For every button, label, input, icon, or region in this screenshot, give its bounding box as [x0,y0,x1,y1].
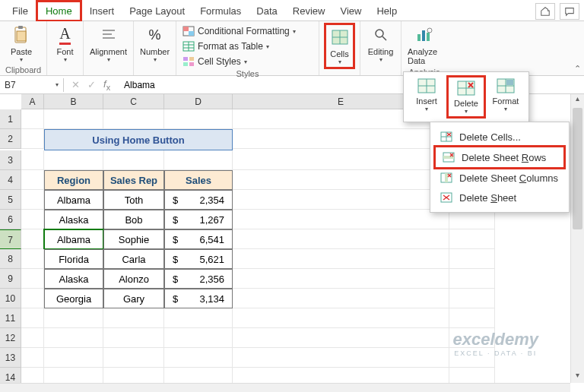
table-header-rep[interactable]: Sales Rep [103,170,164,190]
clipboard-icon [11,24,32,46]
share-icon[interactable] [535,3,555,20]
row-header-9[interactable]: 9 [0,269,21,289]
row-header-5[interactable]: 5 [0,190,21,210]
cond-format-icon [182,25,195,37]
svg-rect-7 [183,27,189,31]
row-header-11[interactable]: 11 [0,308,21,328]
row-header-7[interactable]: 7 [0,229,21,249]
cells-button[interactable]: Cells▾ [324,23,355,69]
cell-styles-button[interactable]: Cell Styles▾ [181,55,297,68]
svg-rect-48 [445,173,448,182]
table-header-sales[interactable]: Sales [164,170,233,190]
alignment-button[interactable]: Alignment▾ [88,23,129,65]
row-header-8[interactable]: 8 [0,249,21,269]
chevron-down-icon: ▾ [20,56,23,63]
group-font: A Font▾ [47,21,84,75]
col-header-D[interactable]: D [164,94,233,109]
editing-button[interactable]: Editing▾ [365,23,396,65]
svg-rect-8 [189,31,194,36]
row-header-3[interactable]: 3 [0,150,21,170]
cell-sales[interactable]: $6,541 [164,229,233,249]
delete-sheet-icon [440,191,453,204]
alignment-label: Alignment [90,47,127,56]
row-header-4[interactable]: 4 [0,170,21,190]
tab-view[interactable]: View [332,2,369,20]
cell-sales[interactable]: $1,267 [164,210,233,229]
table-header-region[interactable]: Region [44,170,103,190]
tab-data[interactable]: Data [249,2,284,20]
enter-icon[interactable]: ✓ [87,79,96,90]
cell-rep[interactable]: Carla [103,249,164,269]
cell-sales[interactable]: $2,356 [164,269,233,289]
cell-region[interactable]: Georgia [44,289,103,308]
number-label: Number [140,47,170,56]
delete-icon [455,79,477,97]
paste-button[interactable]: Paste ▾ [5,23,38,65]
cell-sales[interactable]: $2,354 [164,190,233,210]
insert-cells-button[interactable]: Insert▾ [407,75,446,119]
cell-region[interactable]: Florida [44,249,103,269]
delete-sheet-rows-menu-item[interactable]: Delete Sheet Rows [433,145,566,169]
col-header-A[interactable]: A [21,94,44,109]
cell-region[interactable]: Alaska [44,210,103,229]
cell-region[interactable]: Albama [44,190,103,210]
cell-rep[interactable]: Toth [103,190,164,210]
svg-rect-14 [189,57,194,61]
cell-rep[interactable]: Bob [103,210,164,229]
comments-icon[interactable] [560,3,579,20]
row-header-10[interactable]: 10 [0,289,21,308]
delete-sheet-label: Delete Sheet [459,192,516,204]
delete-sheet-columns-menu-item[interactable]: Delete Sheet Columns [433,168,566,188]
row-header-13[interactable]: 13 [0,348,21,368]
percent-icon: % [144,24,166,46]
cell-rep[interactable]: Alonzo [103,269,164,289]
row-header-12[interactable]: 12 [0,328,21,348]
delete-rows-label: Delete Sheet Rows [462,152,546,163]
delete-cells-icon [440,131,453,143]
cell-rep[interactable]: Sophie [103,229,164,249]
font-label: Font [56,47,73,56]
format-cells-button[interactable]: Format▾ [486,75,525,119]
svg-rect-1 [18,26,23,29]
analyze-data-button[interactable]: Analyze Data [406,23,443,67]
tab-help[interactable]: Help [369,2,405,20]
conditional-formatting-button[interactable]: Conditional Formatting▾ [181,24,297,38]
tab-formulas[interactable]: Formulas [192,2,249,20]
banner-title: Using Home Button [44,129,233,150]
row-header-1[interactable]: 1 [0,109,21,129]
chart-icon [414,24,435,46]
cell-sales[interactable]: $3,134 [164,289,233,308]
row-header-2[interactable]: 2 [0,129,21,149]
horizontal-scrollbar[interactable] [0,383,570,392]
tab-review[interactable]: Review [285,2,333,20]
cell-region[interactable]: Albama [44,229,103,249]
delete-sheet-menu-item[interactable]: Delete Sheet [433,188,566,207]
font-button[interactable]: A Font▾ [52,23,78,65]
format-as-table-button[interactable]: Format as Table▾ [181,40,297,53]
group-styles: Conditional Formatting▾ Format as Table▾… [176,21,319,75]
search-icon [370,24,392,46]
delete-cells-button[interactable]: Delete▾ [446,75,486,119]
tab-page-layout[interactable]: Page Layout [122,2,192,20]
name-box[interactable]: B7▾ [0,78,64,92]
delete-cells-menu-item[interactable]: Delete Cells... [433,127,566,147]
cancel-icon[interactable]: ✕ [71,79,80,90]
group-alignment: Alignment▾ [84,21,134,75]
col-header-C[interactable]: C [103,94,164,109]
clipboard-group-label: Clipboard [5,65,42,74]
tab-insert[interactable]: Insert [82,2,122,20]
ribbon-tabs: File Home Insert Page Layout Formulas Da… [0,0,584,21]
tab-file[interactable]: File [5,2,36,20]
row-header-6[interactable]: 6 [0,210,21,229]
cell-sales[interactable]: $5,621 [164,249,233,269]
col-header-B[interactable]: B [44,94,103,109]
collapse-ribbon-icon[interactable]: ⌃ [574,64,581,74]
cell-rep[interactable]: Gary [103,289,164,308]
vertical-scrollbar[interactable]: ▴▾ [570,94,584,383]
svg-rect-13 [183,57,188,61]
number-button[interactable]: % Number▾ [138,23,171,65]
editing-label: Editing [368,47,394,56]
cell-region[interactable]: Alaska [44,269,103,289]
fx-icon[interactable]: fx [103,78,110,92]
tab-home[interactable]: Home [36,0,82,22]
